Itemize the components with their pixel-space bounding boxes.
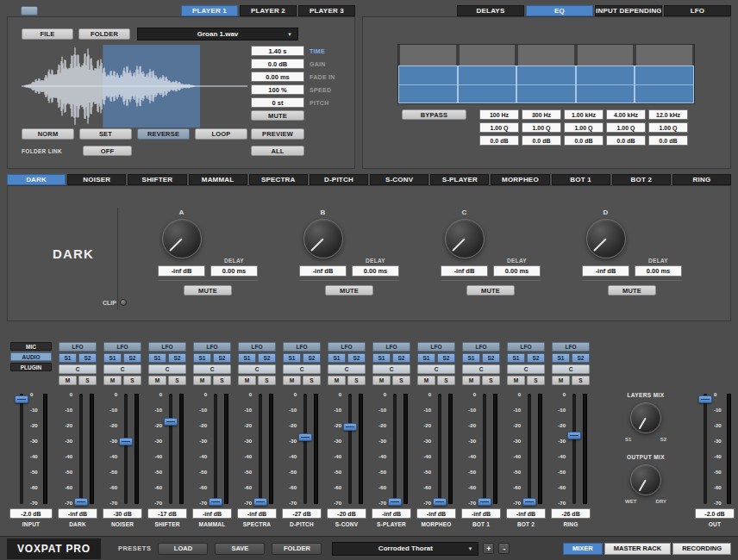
fader-handle[interactable] [164, 418, 178, 426]
param-value-time[interactable]: 1.40 s [251, 46, 304, 56]
lfo-button[interactable]: LFO [507, 342, 545, 352]
preset-select[interactable]: Corroded Thorat ▼ [332, 542, 478, 556]
c-button[interactable]: C [59, 364, 97, 374]
s1-button[interactable]: S1 [103, 353, 122, 363]
mute-button[interactable]: M [552, 376, 570, 385]
lfo-button[interactable]: LFO [238, 342, 276, 352]
tab-lfo[interactable]: LFO [664, 5, 731, 16]
fader-handle[interactable] [74, 498, 88, 506]
file-button[interactable]: FILE [22, 28, 73, 40]
channel-value[interactable]: -inf dB [237, 508, 277, 519]
source-audio-button[interactable]: AUDIO [10, 352, 52, 361]
fader[interactable] [478, 392, 491, 506]
layers-mix-knob[interactable] [630, 402, 661, 433]
s1-button[interactable]: S1 [417, 353, 435, 363]
s2-button[interactable]: S2 [572, 353, 590, 363]
tab-bot-2[interactable]: BOT 2 [612, 174, 671, 185]
c-button[interactable]: C [328, 364, 366, 374]
solo-button[interactable]: S [258, 376, 276, 385]
eq-gain-value-3[interactable]: 0.0 dB [564, 135, 604, 146]
solo-button[interactable]: S [482, 376, 500, 385]
fader-handle[interactable] [698, 395, 712, 403]
mute-button[interactable]: M [283, 376, 301, 385]
lfo-button[interactable]: LFO [372, 342, 410, 352]
mute-button[interactable]: M [328, 376, 346, 385]
eq-gain-value-5[interactable]: 0.0 dB [648, 135, 688, 146]
layer-knob-b[interactable] [303, 219, 343, 258]
layer-level-value[interactable]: -inf dB [299, 265, 347, 277]
fader-handle[interactable] [478, 498, 491, 506]
output-mix-knob[interactable] [630, 464, 661, 495]
layer-knob-a[interactable] [162, 219, 202, 258]
channel-value[interactable]: -inf dB [506, 508, 546, 519]
c-button[interactable]: C [552, 364, 590, 374]
c-button[interactable]: C [372, 364, 410, 374]
eq-q-value-5[interactable]: 1.00 Q [648, 122, 688, 133]
loop-button[interactable]: LOOP [195, 128, 247, 140]
fader[interactable] [209, 392, 222, 506]
eq-freq-value-1[interactable]: 100 Hz [479, 109, 519, 120]
s1-button[interactable]: S1 [552, 353, 570, 363]
fader-handle[interactable] [253, 498, 267, 506]
tab-input-depending[interactable]: INPUT DEPENDING [595, 5, 662, 16]
s2-button[interactable]: S2 [527, 353, 545, 363]
fader[interactable] [15, 392, 28, 506]
fader-handle[interactable] [15, 395, 28, 403]
tab-noiser[interactable]: NOISER [67, 174, 126, 185]
fader-handle[interactable] [567, 432, 581, 439]
channel-value[interactable]: -inf dB [372, 508, 411, 519]
s1-button[interactable]: S1 [283, 353, 301, 363]
solo-button[interactable]: S [123, 376, 141, 385]
c-button[interactable]: C [417, 364, 455, 374]
tab-delays[interactable]: DELAYS [457, 5, 524, 16]
fader[interactable] [253, 392, 267, 506]
fader[interactable] [298, 392, 312, 506]
layer-level-value[interactable]: -inf dB [158, 265, 205, 277]
channel-value[interactable]: -30 dB [103, 508, 142, 519]
s1-button[interactable]: S1 [372, 353, 391, 363]
layer-mute-button[interactable]: MUTE [466, 285, 515, 296]
s1-button[interactable]: S1 [462, 353, 480, 363]
c-button[interactable]: C [283, 364, 321, 374]
channel-value[interactable]: -27 dB [282, 508, 322, 519]
s2-button[interactable]: S2 [347, 353, 366, 363]
channel-value[interactable]: -26 dB [551, 508, 591, 519]
eq-band-4[interactable] [576, 45, 635, 103]
folder-link-toggle[interactable]: OFF [83, 146, 132, 156]
eq-band-5[interactable] [635, 45, 694, 103]
solo-button[interactable]: S [213, 376, 231, 385]
layer-level-value[interactable]: -inf dB [441, 265, 488, 277]
eq-q-value-1[interactable]: 1.00 Q [479, 122, 519, 133]
mute-button[interactable]: M [372, 376, 391, 385]
player-options-button[interactable] [21, 6, 38, 16]
fader-handle[interactable] [298, 433, 312, 441]
layer-delay-value[interactable]: 0.00 ms [210, 265, 258, 277]
tab-dark[interactable]: DARK [7, 174, 66, 185]
eq-band-2[interactable] [458, 45, 517, 103]
norm-button[interactable]: NORM [22, 128, 74, 140]
tab-player-3[interactable]: PLAYER 3 [298, 5, 355, 16]
fader[interactable] [567, 392, 581, 506]
s2-button[interactable]: S2 [78, 353, 97, 363]
param-value-fade-in[interactable]: 0.00 ms [251, 72, 304, 82]
source-mic-button[interactable]: MIC [10, 342, 52, 351]
eq-gain-value-2[interactable]: 0.0 dB [522, 135, 561, 146]
eq-q-value-4[interactable]: 1.00 Q [606, 122, 646, 133]
s2-button[interactable]: S2 [213, 353, 231, 363]
channel-value[interactable]: -inf dB [461, 508, 501, 519]
channel-value[interactable]: -2.0 dB [695, 508, 735, 519]
fader[interactable] [343, 392, 357, 506]
param-value-gain[interactable]: 0.0 dB [251, 59, 304, 69]
layer-knob-d[interactable] [586, 219, 626, 258]
fader-handle[interactable] [388, 498, 402, 506]
eq-gain-value-4[interactable]: 0.0 dB [606, 135, 646, 146]
fader[interactable] [698, 392, 712, 506]
mute-button[interactable]: M [59, 376, 77, 385]
fader[interactable] [388, 392, 402, 506]
tab-bot-1[interactable]: BOT 1 [552, 174, 610, 185]
tab-d-pitch[interactable]: D-PITCH [310, 174, 368, 185]
layer-mute-button[interactable]: MUTE [325, 285, 373, 296]
mute-button[interactable]: M [507, 376, 525, 385]
fader-handle[interactable] [119, 438, 133, 445]
lfo-button[interactable]: LFO [193, 342, 231, 352]
